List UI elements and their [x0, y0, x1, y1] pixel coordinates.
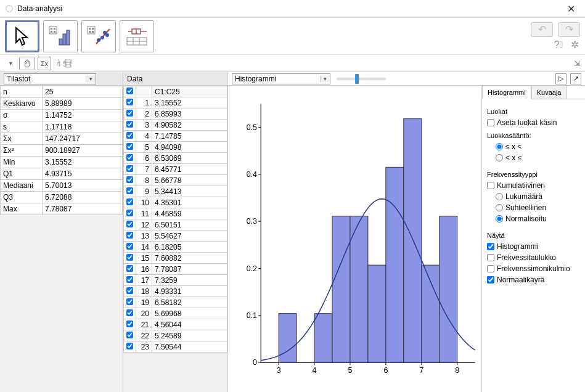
row-check[interactable]	[126, 121, 133, 128]
sub-tool-hand[interactable]	[19, 57, 35, 70]
data-check-all[interactable]	[126, 88, 133, 94]
row-check[interactable]	[126, 276, 133, 283]
settings-icon[interactable]: ✲	[569, 39, 580, 51]
row-check[interactable]	[126, 298, 133, 305]
svg-text:0.2: 0.2	[247, 264, 257, 273]
table-row: 214.56044	[124, 319, 227, 330]
data-panel-title: Data	[127, 75, 142, 83]
row-index: 16	[136, 264, 152, 275]
chk-show-normal[interactable]	[487, 276, 494, 284]
undo-button[interactable]: ↶	[531, 22, 553, 37]
sub-dropdown-toggle[interactable]: ▼	[5, 57, 17, 70]
chk-manual-classes[interactable]	[487, 119, 494, 126]
row-check[interactable]	[126, 343, 133, 349]
svg-text:7: 7	[419, 366, 423, 375]
row-check[interactable]	[126, 265, 133, 272]
stat-label: n	[1, 86, 43, 98]
row-index: 1	[136, 97, 152, 108]
row-check[interactable]	[126, 332, 133, 338]
stat-value: 5.88989	[43, 98, 123, 110]
row-check[interactable]	[126, 198, 133, 205]
row-check[interactable]	[126, 143, 133, 150]
svg-text:8: 8	[455, 366, 459, 375]
row-check[interactable]	[126, 321, 133, 327]
row-check[interactable]	[126, 110, 133, 116]
row-check[interactable]	[126, 154, 133, 161]
row-check[interactable]	[126, 309, 133, 316]
tool-boxplot[interactable]	[120, 20, 154, 52]
table-row: 126.50151	[124, 219, 227, 231]
stat-value: 3.15552	[43, 157, 123, 168]
redo-button[interactable]: ↷	[558, 22, 580, 37]
stat-value: 6.72088	[43, 192, 123, 203]
row-check[interactable]	[126, 99, 133, 105]
row-check[interactable]	[126, 287, 133, 294]
radio-relative[interactable]	[496, 204, 503, 211]
row-index: 19	[136, 297, 152, 308]
svg-rect-1	[49, 27, 57, 34]
row-value: 5.34413	[152, 186, 227, 197]
radio-count[interactable]	[496, 193, 503, 200]
row-check[interactable]	[126, 176, 133, 183]
row-index: 11	[136, 208, 152, 219]
row-check[interactable]	[126, 243, 133, 250]
row-value: 4.90582	[152, 120, 227, 131]
svg-text:0.4: 0.4	[247, 170, 257, 179]
row-check[interactable]	[126, 187, 133, 194]
radio-rule1[interactable]	[496, 143, 503, 150]
chk-show-freqtable[interactable]	[487, 254, 494, 261]
bin-slider[interactable]	[337, 78, 386, 80]
help-icon[interactable]: ?⃝	[553, 39, 564, 51]
sub-tool-sigma[interactable]: Σx	[38, 57, 51, 70]
histogram-bar	[368, 265, 386, 362]
row-index: 18	[136, 286, 152, 297]
table-row: 237.50544	[124, 341, 227, 353]
row-value: 7.50544	[152, 341, 227, 353]
tab-plot[interactable]: Kuvaaja	[531, 86, 567, 99]
table-row: 205.69968	[124, 308, 227, 319]
stat-value: 7.78087	[43, 203, 123, 215]
chk-cumulative[interactable]	[487, 182, 494, 189]
row-value: 4.35301	[152, 197, 227, 208]
svg-text:4: 4	[313, 366, 317, 375]
stat-label: Q1	[1, 168, 43, 180]
chk-show-freqpoly[interactable]	[487, 265, 494, 272]
play-icon[interactable]: ▷	[555, 73, 567, 84]
row-value: 7.3259	[152, 275, 227, 286]
row-check[interactable]	[126, 254, 133, 261]
row-index: 2	[136, 108, 152, 120]
row-index: 20	[136, 308, 152, 319]
row-check[interactable]	[126, 221, 133, 227]
stat-label: Q3	[1, 192, 43, 203]
row-check[interactable]	[126, 210, 133, 216]
table-row: 34.90582	[124, 120, 227, 131]
tab-histogram[interactable]: Histogrammi	[482, 86, 531, 99]
radio-rule2[interactable]	[496, 154, 503, 161]
row-value: 5.66778	[152, 175, 227, 186]
radio-normalized[interactable]	[496, 215, 503, 223]
table-row: 114.45859	[124, 208, 227, 219]
tool-onevar[interactable]	[43, 20, 78, 52]
data-table[interactable]: C1:C25 13.1555226.8599334.9058247.147855…	[123, 86, 227, 353]
popout-icon[interactable]: ↗	[570, 73, 581, 84]
svg-rect-2	[51, 28, 52, 30]
stat-value: 1.17118	[43, 121, 123, 133]
row-check[interactable]	[126, 165, 133, 172]
row-index: 6	[136, 153, 152, 164]
svg-point-15	[97, 38, 100, 42]
row-index: 21	[136, 319, 152, 330]
chk-show-hist[interactable]	[487, 243, 494, 250]
tool-twovar[interactable]	[81, 20, 116, 52]
close-button[interactable]: ✕	[562, 3, 580, 15]
chart-type-dropdown[interactable]: Histogrammi ▾	[232, 73, 330, 84]
svg-point-0	[6, 6, 13, 12]
stat-value: 147.24717	[43, 133, 123, 145]
row-check[interactable]	[126, 232, 133, 239]
row-index: 12	[136, 219, 152, 231]
expand-icon[interactable]: ⇲	[574, 59, 580, 68]
row-check[interactable]	[126, 132, 133, 139]
stats-type-dropdown[interactable]: Tilastot ▾	[4, 73, 96, 84]
row-value: 6.53069	[152, 153, 227, 164]
sub-tool-table[interactable]: 1 2 34 5 6	[54, 57, 75, 70]
tool-pointer[interactable]	[5, 20, 39, 52]
